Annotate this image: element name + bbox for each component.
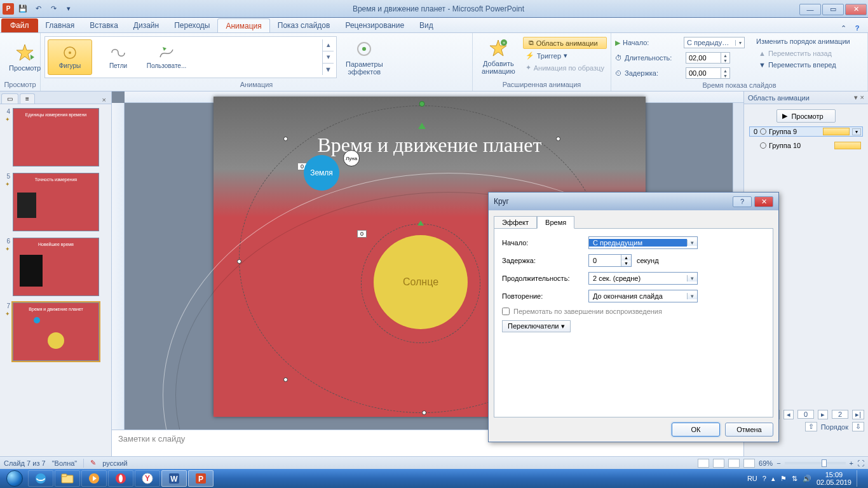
- thumbnail-slide-7[interactable]: 7✦ Время и движение планет: [3, 302, 109, 361]
- anim-item-timeline-bar[interactable]: [823, 128, 850, 135]
- reading-view-icon[interactable]: [728, 459, 740, 468]
- gallery-item-figures[interactable]: Фигуры: [48, 39, 92, 75]
- sun-shape[interactable]: Солнце: [374, 235, 468, 329]
- anim-item-1[interactable]: 0 Группа 9 ▾: [749, 126, 863, 137]
- tab-home[interactable]: Главная: [38, 18, 83, 32]
- handle-nw[interactable]: [283, 137, 288, 141]
- dialog-titlebar[interactable]: Круг ? ✕: [489, 193, 778, 210]
- earth-shape[interactable]: Земля: [304, 155, 339, 191]
- spin-down-icon[interactable]: ▼: [721, 73, 729, 78]
- slideshow-view-icon[interactable]: [743, 459, 755, 468]
- duration-spinner[interactable]: ▲▼: [686, 52, 730, 64]
- handle-w[interactable]: [237, 259, 241, 264]
- tab-animations[interactable]: Анимация: [217, 18, 269, 32]
- zoom-out-icon[interactable]: −: [776, 459, 780, 467]
- delay-spinner[interactable]: ▲▼: [686, 67, 730, 79]
- dlg-rewind-check[interactable]: Перемотать по завершении воспроизведения: [502, 308, 765, 315]
- vertical-ruler[interactable]: [112, 103, 125, 456]
- thumbnail-slide-6[interactable]: 6✦ Новейшее время: [3, 238, 109, 296]
- dlg-delay-spinner[interactable]: ▲▼: [588, 254, 632, 267]
- taskbar-powerpoint-icon[interactable]: P: [188, 470, 214, 487]
- spin-up-icon[interactable]: ▲: [721, 68, 729, 73]
- nav-last-icon[interactable]: ▸|: [852, 410, 864, 419]
- minimize-button[interactable]: —: [799, 4, 821, 15]
- powerpoint-icon[interactable]: P: [3, 3, 14, 15]
- thumbnail-slide-4[interactable]: 4✦ Единицы измерения времени: [3, 108, 109, 166]
- animation-painter-button[interactable]: ✦Анимация по образцу: [523, 62, 607, 73]
- trigger-button[interactable]: ⚡Триггер▾: [523, 50, 607, 61]
- chevron-down-icon[interactable]: ▾: [735, 40, 744, 46]
- effect-options-button[interactable]: Параметры эффектов: [341, 36, 388, 78]
- zoom-in-icon[interactable]: +: [850, 459, 853, 467]
- tray-up-icon[interactable]: ▴: [771, 475, 775, 483]
- status-language[interactable]: русский: [102, 459, 127, 467]
- spin-down-icon[interactable]: ▼: [721, 58, 729, 63]
- tray-volume-icon[interactable]: 🔊: [803, 475, 811, 483]
- dialog-tab-timing[interactable]: Время: [537, 216, 574, 229]
- dlg-rewind-checkbox[interactable]: [502, 308, 510, 315]
- slide-panel-close-icon[interactable]: ×: [98, 96, 110, 104]
- dialog-help-icon[interactable]: ?: [733, 196, 752, 207]
- dlg-repeat-combo[interactable]: До окончания слайда▾: [588, 290, 698, 302]
- chevron-down-icon[interactable]: ▾: [687, 240, 697, 246]
- fit-to-window-icon[interactable]: ⛶: [857, 459, 864, 467]
- restore-button[interactable]: ▭: [822, 4, 844, 15]
- tray-lang[interactable]: RU: [747, 475, 757, 482]
- tray-network-icon[interactable]: ⇅: [792, 475, 797, 483]
- thumbnail-list[interactable]: 4✦ Единицы измерения времени 5✦ Точность…: [0, 104, 111, 456]
- zoom-level[interactable]: 69%: [759, 459, 773, 467]
- dlg-ok-button[interactable]: ОК: [672, 423, 720, 437]
- normal-view-icon[interactable]: [698, 459, 709, 468]
- spin-down-icon[interactable]: ▼: [621, 261, 631, 266]
- status-slide-info[interactable]: Слайд 7 из 7: [4, 459, 46, 467]
- anim-item-menu-icon[interactable]: ▾: [852, 128, 861, 135]
- outline-tab[interactable]: ≡: [20, 93, 35, 104]
- tab-transitions[interactable]: Переходы: [166, 18, 217, 32]
- thumbnail-slide-5[interactable]: 5✦ Точность измерения: [3, 173, 109, 231]
- tab-insert[interactable]: Вставка: [82, 18, 126, 32]
- move-forward-button[interactable]: ▼Переместить вперед: [756, 60, 850, 70]
- anim-pane-play-button[interactable]: ▶Просмотр: [776, 109, 835, 123]
- taskbar-yandex-icon[interactable]: Y: [135, 470, 160, 487]
- taskbar-explorer-icon[interactable]: [55, 470, 80, 487]
- moon-shape[interactable]: Луна: [343, 150, 360, 166]
- gallery-scroll-up-icon[interactable]: ▴: [323, 39, 334, 51]
- add-animation-button[interactable]: + Добавить анимацию: [477, 36, 520, 78]
- tab-design[interactable]: Дизайн: [126, 18, 166, 32]
- reorder-down-icon[interactable]: ⇩: [852, 422, 864, 431]
- reorder-up-icon[interactable]: ⇧: [805, 422, 817, 431]
- dialog-tab-effect[interactable]: Эффект: [494, 216, 537, 229]
- anim-item-timeline-bar[interactable]: [834, 142, 861, 149]
- qat-customize-icon[interactable]: ▾: [62, 3, 75, 15]
- spin-up-icon[interactable]: ▲: [621, 255, 631, 261]
- tab-review[interactable]: Рецензирование: [337, 18, 412, 32]
- animation-pane-toggle[interactable]: ⧉Область анимации: [523, 37, 607, 49]
- dlg-triggers-button[interactable]: Переключатели ▾: [502, 320, 571, 332]
- nav-prev-icon[interactable]: ◂: [783, 410, 794, 419]
- anim-pane-close-icon[interactable]: ×: [860, 93, 864, 102]
- gallery-item-loops[interactable]: Петли: [96, 39, 140, 75]
- duration-input[interactable]: [686, 53, 721, 63]
- gallery-scroll-down-icon[interactable]: ▾: [323, 51, 334, 64]
- gallery-more-icon[interactable]: ▼: [323, 64, 334, 75]
- dialog-close-icon[interactable]: ✕: [754, 196, 773, 207]
- anim-item-2[interactable]: Группа 10: [749, 140, 863, 151]
- move-back-button[interactable]: ▲Переместить назад: [756, 48, 850, 58]
- dlg-cancel-button[interactable]: Отмена: [725, 423, 773, 437]
- animation-tag-sun[interactable]: 0: [357, 230, 367, 238]
- slides-tab[interactable]: ▭: [1, 93, 18, 104]
- sorter-view-icon[interactable]: [713, 459, 724, 468]
- taskbar-opera-icon[interactable]: [108, 470, 133, 487]
- tray-flag-icon[interactable]: ⚑: [780, 475, 787, 483]
- tab-view[interactable]: Вид: [412, 18, 441, 32]
- dlg-duration-combo[interactable]: 2 сек. (средне)▾: [588, 272, 698, 285]
- chevron-down-icon[interactable]: ▾: [687, 293, 697, 299]
- status-theme[interactable]: "Волна": [52, 459, 78, 467]
- dlg-delay-input[interactable]: [589, 255, 621, 266]
- taskbar-ie-icon[interactable]: [28, 470, 53, 487]
- save-icon[interactable]: 💾: [17, 3, 29, 15]
- spin-up-icon[interactable]: ▲: [721, 53, 729, 58]
- gallery-item-custom[interactable]: Пользовате...: [144, 39, 189, 75]
- chevron-down-icon[interactable]: ▾: [687, 275, 697, 281]
- handle-s[interactable]: [422, 410, 426, 415]
